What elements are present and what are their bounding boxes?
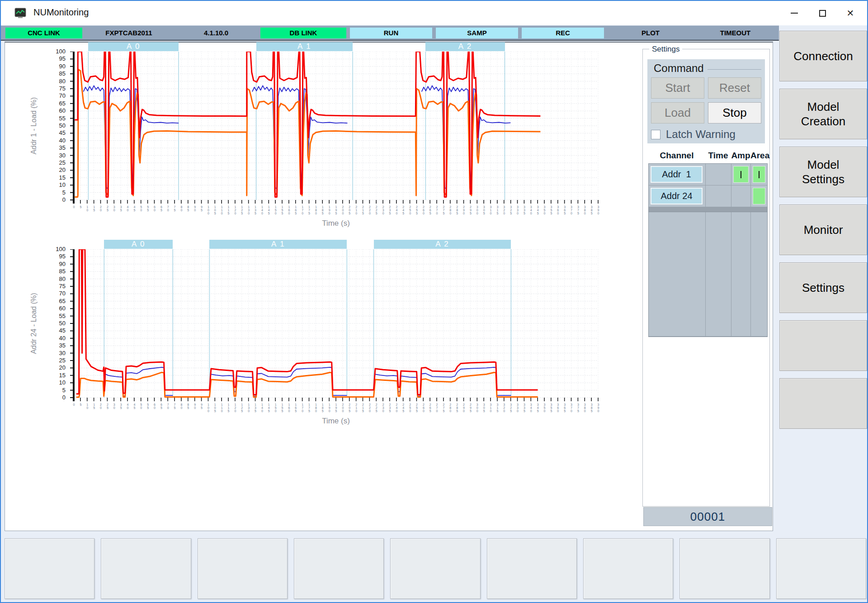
amp-cell[interactable] [731,185,751,207]
x-tick-label: 340 [529,205,533,215]
area-cell[interactable] [751,164,767,185]
x-tick-label: 320 [503,205,506,215]
x-tick-label: 315 [496,205,499,215]
x-tick-label: 125 [241,205,244,215]
x-tick-label: 105 [213,205,217,215]
x-tick-label: 90 [193,403,197,409]
x-tick-label: 80 [180,403,183,409]
indicator-bar-icon [741,171,741,178]
x-tick-label: 170 [301,403,304,413]
latch-warning-label: Latch Warning [666,128,736,141]
y-tick-label: 40 [49,137,66,144]
x-tick-label: 75 [173,403,176,409]
sidebar-button-model-creation[interactable]: Model Creation [779,89,867,139]
sidebar-button-empty-5[interactable] [779,320,867,371]
x-tick-label: 240 [395,205,398,215]
y-axis-title: Addr 24 - Load (%) [30,293,38,354]
x-tick-label: 195 [335,205,338,215]
record-counter: 00001 [643,507,772,526]
x-tick-label: 365 [563,403,566,413]
bottom-button-row [5,538,866,599]
bottom-button-7[interactable] [583,538,673,599]
y-tick-label: 5 [49,387,66,394]
sidebar-button-settings[interactable]: Settings [779,262,867,313]
sidebar-button-model-settings[interactable]: Model Settings [779,147,867,197]
settings-panel: Settings Command StartResetLoadStop Latc… [640,43,772,532]
x-tick-label: 170 [301,205,304,215]
x-tick-label: 60 [153,403,156,409]
empty-cell [649,212,706,337]
x-tick-label: 255 [415,205,418,215]
maximize-button[interactable] [808,1,836,25]
app-icon [14,7,26,19]
x-tick-label: 120 [234,205,237,215]
area-indicator[interactable] [753,166,765,183]
bottom-button-1[interactable] [5,538,94,599]
bottom-button-8[interactable] [679,538,769,599]
x-tick-label: 265 [429,403,432,413]
close-button[interactable]: ✕ [836,1,864,25]
x-tick-label: 345 [536,403,539,413]
sidebar-button-empty-6[interactable] [779,378,867,429]
x-tick-label: 190 [328,205,331,215]
x-tick-label: 5 [79,205,82,209]
x-tick-label: 155 [281,403,284,413]
sidebar-button-monitor[interactable]: Monitor [779,204,867,255]
x-tick-label: 175 [308,205,311,215]
region-band: A 0 [104,240,173,249]
x-tick-label: 230 [382,205,385,215]
y-tick-label: 50 [49,122,66,129]
y-tick-label: 30 [49,152,66,159]
x-tick-label: 185 [321,403,324,413]
y-tick-label: 85 [49,268,66,275]
x-tick-label: 55 [146,403,150,409]
bottom-button-5[interactable] [390,538,480,599]
latch-warning-checkbox[interactable] [651,130,660,139]
channel-button-addr-24[interactable]: Addr 24 [651,188,703,204]
x-tick-label: 305 [482,403,486,413]
minimize-button[interactable] [780,1,808,25]
area-cell[interactable] [751,185,767,207]
x-tick-label: 165 [294,205,297,215]
x-tick-label: 55 [146,205,150,212]
stop-button[interactable]: Stop [708,102,761,123]
x-tick-label: 40 [126,403,129,409]
x-tick-label: 295 [469,205,472,215]
amp-indicator[interactable] [733,166,749,183]
channel-cell[interactable]: Addr 1 [649,164,706,185]
channel-table-headers: ChannelTimeAmpArea [648,151,767,162]
y-tick-label: 75 [49,85,66,92]
bottom-button-6[interactable] [487,538,577,599]
bottom-button-9[interactable] [776,538,866,599]
y-tick-label: 30 [49,350,66,356]
bottom-button-3[interactable] [198,538,288,599]
channel-cell[interactable]: Addr 24 [649,185,706,207]
load-button[interactable]: Load [651,102,704,123]
x-tick-label: 365 [563,205,566,215]
y-tick-label: 15 [49,372,66,379]
bottom-button-2[interactable] [101,538,191,599]
y-tick-label: 70 [49,290,66,297]
x-tick-label: 335 [523,205,526,215]
x-tick-label: 35 [119,205,123,212]
y-axis-title: Addr 1 - Load (%) [30,97,38,154]
amp-cell[interactable] [731,164,751,185]
x-tick-label: 250 [409,205,412,215]
x-tick-label: 360 [557,403,560,413]
x-tick-label: 130 [247,403,250,413]
area-indicator[interactable] [753,188,765,204]
start-button[interactable]: Start [651,77,704,99]
sidebar-button-connection[interactable]: Connection [779,31,867,81]
table-separator [649,207,767,212]
bottom-button-4[interactable] [294,538,384,599]
reset-button[interactable]: Reset [708,77,761,99]
x-tick-label: 50 [140,205,143,212]
time-cell[interactable] [706,185,731,207]
x-tick-label: 150 [274,403,277,413]
x-tick-label: 290 [462,205,466,215]
x-tick-label: 230 [382,403,385,413]
channel-button-addr-1[interactable]: Addr 1 [651,166,703,183]
x-tick-label: 380 [583,205,586,215]
time-cell[interactable] [706,164,731,185]
y-tick-label: 45 [49,327,66,334]
